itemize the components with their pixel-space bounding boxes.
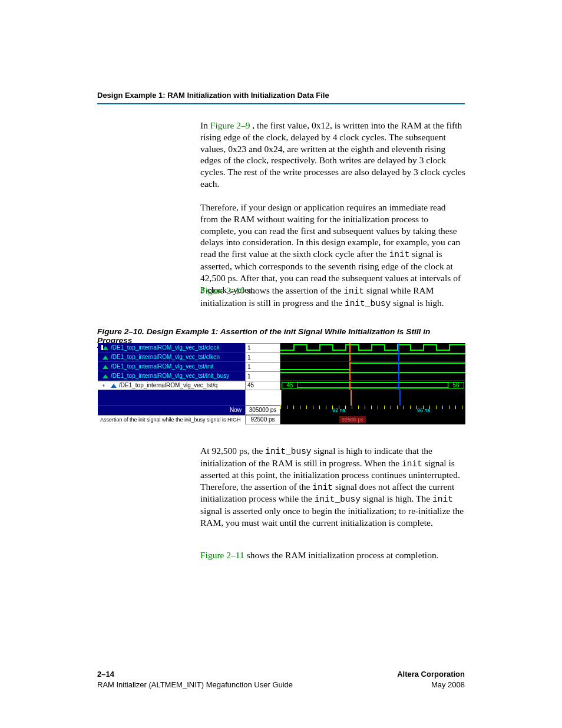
wave-icon xyxy=(101,354,108,360)
bus-value: 56 xyxy=(448,382,464,388)
text: signal is high. xyxy=(391,298,444,308)
time-ruler: 92 ns 96 ns xyxy=(280,406,465,415)
signal-row-init: /DE1_top_internalROM_vlg_vec_tst/init 1 xyxy=(98,362,465,371)
cursor-label: Assertion of the init signal while the i… xyxy=(98,415,245,424)
signal-value-cell: 1 xyxy=(245,343,280,353)
text: At 92,500 ps, the xyxy=(200,446,265,456)
text: In xyxy=(200,120,210,130)
svg-rect-1 xyxy=(101,345,103,350)
paragraph-2: Therefore, if your design or application… xyxy=(200,202,465,295)
text: signal is high. The xyxy=(361,493,432,503)
wave-icon xyxy=(101,364,108,370)
svg-marker-2 xyxy=(103,355,108,360)
signal-name-cell: + /DE1_top_internalROM_vlg_vec_tst/q xyxy=(98,381,245,390)
cursor-pill: 92500 ps xyxy=(339,416,366,423)
signal-name: /DE1_top_internalROM_vlg_vec_tst/init_bu… xyxy=(111,373,229,379)
svg-marker-0 xyxy=(103,346,108,350)
waveform-area xyxy=(280,353,465,362)
link-figure-2-9[interactable]: Figure 2–9 xyxy=(210,120,250,130)
link-figure-2-10[interactable]: Figure 2–10 xyxy=(200,285,244,295)
waveform-area xyxy=(280,362,465,371)
section-title: Design Example 1: RAM Initialization wit… xyxy=(97,91,465,100)
cursor-row: Assertion of the init signal while the i… xyxy=(98,415,465,424)
now-label: Now xyxy=(98,406,245,415)
code-init-busy: init_busy xyxy=(345,299,391,308)
signal-name-cell: /DE1_top_internalROM_vlg_vec_tst/init_bu… xyxy=(98,371,245,381)
signal-name-cell: /DE1_top_internalROM_vlg_vec_tst/clock xyxy=(98,343,245,353)
ruler-tick-label: 92 ns xyxy=(332,408,345,413)
page-header: Design Example 1: RAM Initialization wit… xyxy=(97,91,465,104)
signal-value-cell: 1 xyxy=(245,362,280,371)
signal-row-clken: /DE1_top_internalROM_vlg_vec_tst/clken 1 xyxy=(98,353,465,362)
signal-name: /DE1_top_internalROM_vlg_vec_tst/q xyxy=(119,383,217,388)
corp-name: Altera Corporation xyxy=(397,670,465,678)
page-footer: 2–14 RAM Initializer (ALTMEM_INIT) Megaf… xyxy=(97,669,465,690)
wave-icon xyxy=(101,373,108,379)
svg-marker-3 xyxy=(103,365,108,369)
expand-icon[interactable]: + xyxy=(100,383,107,388)
code-init-busy: init_busy xyxy=(315,495,361,504)
signal-name: /DE1_top_internalROM_vlg_vec_tst/clock xyxy=(111,345,220,351)
code-init: init xyxy=(389,250,410,259)
signal-value-cell: 1 xyxy=(245,371,280,381)
svg-marker-4 xyxy=(103,374,108,378)
figure-caption: Figure 2–10. Design Example 1: Assertion… xyxy=(97,327,465,345)
svg-marker-5 xyxy=(111,384,117,388)
bus-value: 45 xyxy=(282,382,298,388)
paragraph-3: Figure 2–10 shows the assertion of the i… xyxy=(200,285,465,309)
text: , the first value, 0x12, is written into… xyxy=(200,120,465,189)
paragraph-5: Figure 2–11 shows the RAM initialization… xyxy=(200,549,465,561)
waveform-area xyxy=(280,371,465,381)
text: shows the assertion of the xyxy=(244,285,343,295)
code-init: init xyxy=(312,483,333,492)
gap-row xyxy=(98,390,465,406)
doc-title: RAM Initializer (ALTMEM_INIT) Megafuncti… xyxy=(97,680,293,689)
signal-value-cell: 1 xyxy=(245,353,280,362)
link-figure-2-11[interactable]: Figure 2–11 xyxy=(200,550,244,560)
signal-name: /DE1_top_internalROM_vlg_vec_tst/init xyxy=(111,364,214,370)
signal-value-cell: 45 xyxy=(245,381,280,390)
signal-row-clock: /DE1_top_internalROM_vlg_vec_tst/clock 1 xyxy=(98,343,465,353)
wave-icon xyxy=(101,345,108,351)
signal-row-q: + /DE1_top_internalROM_vlg_vec_tst/q 45 … xyxy=(98,381,465,390)
cursor-track: 92500 ps xyxy=(280,415,465,424)
paragraph-4: At 92,500 ps, the init_busy signal is hi… xyxy=(200,445,465,529)
text: signal is asserted only once to begin th… xyxy=(200,506,464,528)
header-rule xyxy=(97,103,465,104)
ruler-tick-label: 96 ns xyxy=(417,408,430,413)
wave-icon xyxy=(110,383,117,388)
signal-row-init-busy: /DE1_top_internalROM_vlg_vec_tst/init_bu… xyxy=(98,371,465,381)
signal-name: /DE1_top_internalROM_vlg_vec_tst/clken xyxy=(111,354,220,360)
waveform-area xyxy=(280,343,465,353)
page-number: 2–14 xyxy=(97,670,114,678)
now-value: 305000 ps xyxy=(245,406,280,415)
paragraph-1: In Figure 2–9 , the first value, 0x12, i… xyxy=(200,120,465,190)
cursor-value: 92500 ps xyxy=(245,415,280,424)
pub-date: May 2008 xyxy=(431,680,465,689)
code-init: init xyxy=(402,459,422,469)
waveform-area: 45 56 xyxy=(280,381,465,390)
signal-name-cell: /DE1_top_internalROM_vlg_vec_tst/init xyxy=(98,362,245,371)
text: shows the RAM initialization process at … xyxy=(244,550,439,560)
code-init-busy: init_busy xyxy=(265,447,311,456)
now-row: Now 305000 ps 92 ns 96 ns xyxy=(98,406,465,415)
code-init: init xyxy=(432,495,453,504)
signal-name-cell: /DE1_top_internalROM_vlg_vec_tst/clken xyxy=(98,353,245,362)
code-init: init xyxy=(343,286,364,296)
waveform-figure: /DE1_top_internalROM_vlg_vec_tst/clock 1 xyxy=(98,343,465,428)
